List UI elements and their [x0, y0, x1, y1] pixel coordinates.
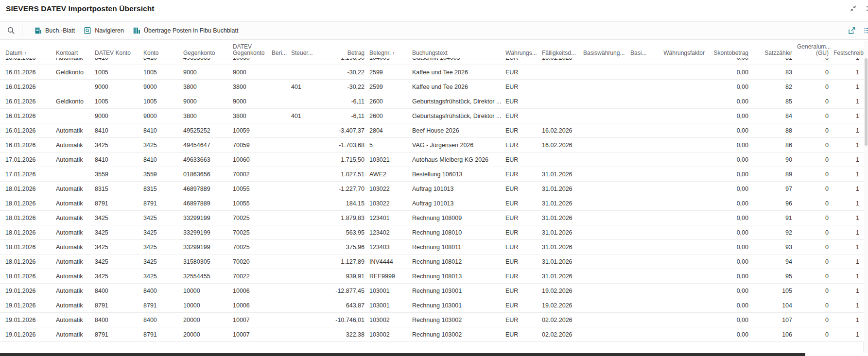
cell-datev_gegenkonto[interactable]: 10060: [233, 156, 272, 163]
cell-buchungstext[interactable]: Geburtstagsfrühstück, Direktor ...: [412, 113, 505, 119]
cell-skontobetrag[interactable]: 0,00: [710, 98, 753, 105]
cell-konto[interactable]: 8791: [143, 200, 183, 207]
cell-betrag[interactable]: 1.879,83: [321, 215, 369, 221]
cell-buchungstext[interactable]: Auftrag 101013: [412, 186, 505, 192]
cell-waehrung[interactable]: EUR: [505, 171, 542, 178]
cell-generalum_gu[interactable]: 0: [797, 215, 833, 221]
cell-festschreib[interactable]: 1: [833, 69, 864, 76]
cell-waehrung[interactable]: EUR: [505, 186, 542, 192]
column-header-beri[interactable]: Beri...: [272, 50, 291, 56]
cell-datev_gegenkonto[interactable]: 70025: [233, 215, 272, 221]
cell-datev_gegenkonto[interactable]: 10006: [233, 302, 272, 309]
cell-datev_gegenkonto[interactable]: 3800: [233, 113, 272, 119]
list-view-icon[interactable]: [864, 26, 868, 35]
cell-datev_konto[interactable]: 1005: [95, 98, 143, 105]
cell-skontobetrag[interactable]: 0,00: [710, 258, 753, 265]
cell-betrag[interactable]: 1.715,50: [321, 156, 369, 163]
cell-satzzaehler[interactable]: 107: [753, 317, 797, 323]
cell-buchungstext[interactable]: Rechnung 108012: [412, 258, 505, 265]
cell-kontoart[interactable]: Automatik: [56, 331, 95, 338]
cell-buchungstext[interactable]: Bestellung 106013: [412, 171, 505, 178]
cell-generalum_gu[interactable]: 0: [797, 127, 833, 134]
cell-datev_konto[interactable]: 8410: [95, 127, 143, 134]
cell-konto[interactable]: 1005: [143, 98, 183, 105]
cell-datev_gegenkonto[interactable]: 10006: [233, 288, 272, 294]
cell-betrag[interactable]: -30,22: [321, 69, 369, 76]
cell-buchungstext[interactable]: VAG - Jürgensen 2026: [412, 142, 505, 149]
cell-satzzaehler[interactable]: 96: [753, 200, 797, 207]
cell-satzzaehler[interactable]: 104: [753, 302, 797, 309]
cell-betrag[interactable]: 563,95: [321, 229, 369, 236]
cell-konto[interactable]: 3425: [143, 229, 183, 236]
cell-satzzaehler[interactable]: 90: [753, 156, 797, 163]
cell-belegnr[interactable]: AWE2: [369, 171, 412, 178]
cell-buchungstext[interactable]: Rechnung 103002: [412, 317, 505, 323]
cell-betrag[interactable]: -12.877,45: [321, 288, 369, 294]
horizontal-scrollbar-thumb[interactable]: [0, 353, 805, 356]
cell-belegnr[interactable]: 103021: [369, 156, 412, 163]
cell-gegenkonto[interactable]: 33299199: [183, 229, 233, 236]
cell-belegnr[interactable]: 123402: [369, 229, 412, 236]
cell-skontobetrag[interactable]: 0,00: [710, 317, 753, 323]
cell-datum[interactable]: 16.01.2026: [0, 113, 56, 119]
cell-datum[interactable]: 18.01.2026: [0, 229, 56, 236]
cell-festschreib[interactable]: 1: [833, 200, 864, 207]
cell-generalum_gu[interactable]: 0: [797, 331, 833, 338]
cell-belegnr[interactable]: 2600: [369, 113, 412, 119]
cell-datev_gegenkonto[interactable]: 9000: [233, 69, 272, 76]
cell-kontoart[interactable]: Automatik: [56, 317, 95, 323]
cell-skontobetrag[interactable]: 0,00: [710, 186, 753, 192]
cell-belegnr[interactable]: REF9999: [369, 273, 412, 280]
cell-generalum_gu[interactable]: 0: [797, 156, 833, 163]
cell-datev_gegenkonto[interactable]: 70022: [233, 273, 272, 280]
cell-datev_konto[interactable]: 8410: [95, 156, 143, 163]
cell-gegenkonto[interactable]: 49525252: [183, 127, 233, 134]
cell-waehrung[interactable]: EUR: [505, 229, 542, 236]
cell-festschreib[interactable]: 1: [833, 317, 864, 323]
cell-buchungstext[interactable]: Rechnung 108013: [412, 273, 505, 280]
cell-konto[interactable]: 3425: [143, 244, 183, 251]
cell-generalum_gu[interactable]: 0: [797, 244, 833, 251]
cell-skontobetrag[interactable]: 0,00: [710, 229, 753, 236]
cell-festschreib[interactable]: 1: [833, 98, 864, 105]
cell-festschreib[interactable]: 1: [833, 142, 864, 149]
cell-konto[interactable]: 3425: [143, 273, 183, 280]
cell-datum[interactable]: 18.01.2026: [0, 200, 56, 207]
cell-datum[interactable]: 18.01.2026: [0, 273, 56, 280]
cell-waehrung[interactable]: EUR: [505, 156, 542, 163]
cell-belegnr[interactable]: 103002: [369, 317, 412, 323]
cell-waehrung[interactable]: EUR: [505, 302, 542, 309]
column-header-gegenkonto[interactable]: Gegenkonto: [183, 50, 233, 56]
cell-waehrung[interactable]: EUR: [505, 113, 542, 119]
cell-buchungstext[interactable]: Rechnung 103001: [412, 288, 505, 294]
cell-datev_konto[interactable]: 8791: [95, 331, 143, 338]
cell-skontobetrag[interactable]: 0,00: [710, 288, 753, 294]
cell-waehrung[interactable]: EUR: [505, 258, 542, 265]
cell-waehrung[interactable]: EUR: [505, 69, 542, 76]
cell-datum[interactable]: 19.01.2026: [0, 317, 56, 323]
cell-betrag[interactable]: -6,11: [321, 98, 369, 105]
search-icon[interactable]: [7, 26, 16, 35]
cell-faelligkeit[interactable]: 31.01.2026: [542, 200, 583, 207]
uebertrage-posten-button[interactable]: Übertrage Posten in Fibu Buchblatt: [128, 24, 243, 37]
cell-satzzaehler[interactable]: 91: [753, 215, 797, 221]
cell-festschreib[interactable]: 1: [833, 229, 864, 236]
cell-konto[interactable]: 8400: [143, 317, 183, 323]
cell-skontobetrag[interactable]: 0,00: [710, 84, 753, 90]
cell-buchungstext[interactable]: Rechnung 103001: [412, 302, 505, 309]
cell-datev_konto[interactable]: 3425: [95, 229, 143, 236]
cell-datev_gegenkonto[interactable]: 70025: [233, 229, 272, 236]
cell-faelligkeit[interactable]: 16.02.2026: [542, 127, 583, 134]
cell-generalum_gu[interactable]: 0: [797, 171, 833, 178]
cell-betrag[interactable]: 1.127,89: [321, 258, 369, 265]
cell-faelligkeit[interactable]: 31.01.2026: [542, 229, 583, 236]
cell-festschreib[interactable]: 1: [833, 302, 864, 309]
column-header-datev_konto[interactable]: DATEV Konto: [95, 50, 143, 56]
cell-faelligkeit[interactable]: 31.01.2026: [542, 244, 583, 251]
cell-datev_gegenkonto[interactable]: 10055: [233, 186, 272, 192]
cell-buchungstext[interactable]: Kaffee und Tee 2026: [412, 69, 505, 76]
cell-datev_gegenkonto[interactable]: 70002: [233, 171, 272, 178]
cell-gegenkonto[interactable]: 20000: [183, 317, 233, 323]
cell-skontobetrag[interactable]: 0,00: [710, 302, 753, 309]
cell-generalum_gu[interactable]: 0: [797, 302, 833, 309]
